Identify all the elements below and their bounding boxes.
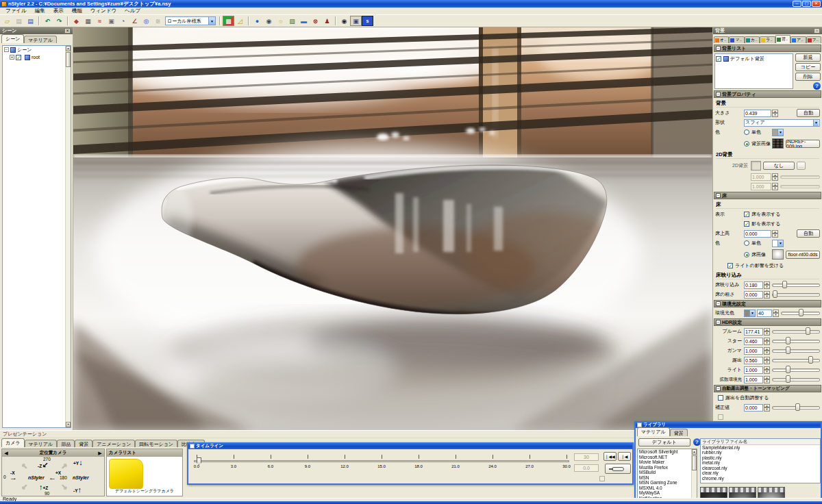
ambient-value-field[interactable]: 40 <box>757 310 772 317</box>
diffuse-ambient-slider[interactable] <box>772 375 820 383</box>
scroll-up-icon[interactable]: ▲ <box>66 46 71 51</box>
camera-neg-y-button[interactable]: -Y↑ <box>73 487 82 493</box>
list-item[interactable]: plastic.nly <box>701 455 820 461</box>
library-scrollbar[interactable]: ▲ <box>691 449 697 503</box>
solid-color-radio[interactable] <box>744 129 749 135</box>
close-icon[interactable]: ✕ <box>64 28 71 34</box>
redo-icon[interactable]: ↷ <box>53 16 65 26</box>
floor-height-stepper[interactable]: ▲▼ <box>772 230 778 238</box>
camera-pos-z-button[interactable]: ↑+Z <box>39 484 48 490</box>
open-icon[interactable]: ▱ <box>1 16 13 26</box>
palette-icon[interactable]: ▩ <box>223 16 234 26</box>
tab-material[interactable]: マ.. <box>729 36 744 43</box>
tab-background-bottom[interactable]: 背景 <box>75 440 92 447</box>
pin-icon[interactable]: ▫ <box>814 28 820 34</box>
tab-rotation-motion[interactable]: 回転モーション <box>135 440 177 447</box>
tab-presentation[interactable]: フ.. <box>806 36 821 43</box>
ambient-slider[interactable] <box>781 309 820 317</box>
light-affect-checkbox[interactable]: ✓ <box>727 263 733 268</box>
step-back-icon[interactable]: ❘◀ <box>618 452 631 461</box>
list-item[interactable]: Microsoft.NET <box>638 455 697 460</box>
floor-solid-radio[interactable] <box>744 240 749 246</box>
list-item[interactable]: Microsoft Silverlight <box>638 449 697 455</box>
background-list-item[interactable]: ✓ デフォルト背景 <box>716 55 792 62</box>
reflection-slider[interactable] <box>772 281 820 289</box>
go-to-start-icon[interactable]: ❘◀◀ <box>603 452 616 461</box>
menu-view[interactable]: 表示 <box>49 8 68 14</box>
ambient-stepper[interactable]: ▲▼ <box>773 310 779 317</box>
capsule-icon[interactable]: ▬ <box>298 16 310 26</box>
close-button[interactable]: ✕ <box>812 1 821 7</box>
list-item[interactable]: SampleMaterial.nly <box>701 445 820 451</box>
list-item[interactable]: clearcoat.nly <box>701 466 820 471</box>
curve-edit-icon[interactable]: ≈ <box>94 16 105 26</box>
tree-node-scene[interactable]: − シーン <box>3 46 71 53</box>
copy-background-button[interactable]: コピー <box>795 63 821 71</box>
tab-animation[interactable]: ア.. <box>790 36 806 43</box>
section-background-list[interactable]: −背景リスト <box>714 45 821 52</box>
timeline-ruler[interactable]: 0.0 3.0 6.0 9.0 12.0 15.0 18.0 21.0 24.0… <box>194 452 569 470</box>
bloom-stepper[interactable]: ▲▼ <box>764 328 770 336</box>
star-stepper[interactable]: ▲▼ <box>764 338 770 345</box>
correction-slider[interactable] <box>772 403 820 412</box>
light-bulb-icon[interactable]: ☼ <box>275 16 286 26</box>
camera-se-icon[interactable]: ↘ <box>61 484 67 490</box>
section-hdr[interactable]: −HDR設定 <box>714 318 821 326</box>
save-icon[interactable]: ▤ <box>13 16 25 26</box>
show-floor-checkbox[interactable]: ✓ <box>744 212 749 217</box>
tools-icon[interactable]: ⊗ <box>310 16 321 26</box>
list-item[interactable]: MSXML 4.0 <box>638 486 697 491</box>
image-icon[interactable]: ▨ <box>286 16 298 26</box>
tab-parts[interactable]: 部品 <box>57 440 75 447</box>
fit-view-icon[interactable]: ▣ <box>105 16 117 26</box>
camera-nw-icon[interactable]: ↖ <box>21 464 27 470</box>
mannequin-icon[interactable]: ♟ <box>321 16 333 26</box>
menu-edit[interactable]: 編集 <box>31 8 49 14</box>
bg-image-thumbnail[interactable] <box>772 138 784 149</box>
library-default-button[interactable]: デフォルト <box>638 438 690 446</box>
background-enabled-checkbox[interactable]: ✓ <box>716 56 721 62</box>
menu-file[interactable]: ファイル <box>1 8 31 14</box>
scroll-up-icon[interactable]: ▲ <box>692 449 697 455</box>
tab-material[interactable]: マテリアル <box>24 36 57 43</box>
undo-icon[interactable]: ↶ <box>42 16 53 26</box>
shape-dropdown[interactable]: スフィア▼ <box>744 119 820 127</box>
camera-neg-x-button[interactable]: → <box>10 475 17 481</box>
collapse-icon[interactable]: − <box>4 47 9 52</box>
bg2d-thumbnail[interactable] <box>751 161 761 171</box>
tab-object[interactable]: オ.. <box>714 36 729 43</box>
menu-function[interactable]: 機能 <box>68 8 86 14</box>
section-background-properties[interactable]: −背景プロパティ <box>714 90 821 98</box>
tab-camera[interactable]: カ.. <box>745 36 760 43</box>
scroll-thumb[interactable] <box>66 52 71 67</box>
ghost-curve-icon[interactable]: ≋ <box>152 16 164 26</box>
list-item[interactable]: MSN <box>638 475 697 481</box>
set-key-button[interactable] <box>605 464 631 474</box>
list-item[interactable]: chrome.nly <box>701 476 820 481</box>
camera-icon[interactable]: ◉ <box>263 16 275 26</box>
camera-thumbnail[interactable] <box>109 459 143 489</box>
tab-material-bottom[interactable]: マテリアル <box>25 440 58 447</box>
render-monitor-icon[interactable]: ▣ <box>350 16 362 26</box>
exposure-slider[interactable] <box>772 356 820 364</box>
list-item[interactable]: rubber.nly <box>701 450 820 455</box>
correction-field[interactable]: 0.000 <box>744 404 763 412</box>
list-item[interactable]: Mozilla Firefox <box>638 465 697 470</box>
size-auto-button[interactable]: 自動 <box>797 109 820 117</box>
exposure-field[interactable]: 0.560 <box>744 357 763 364</box>
grid-icon[interactable]: ▦ <box>82 16 94 26</box>
reflection-stepper[interactable]: ▲▼ <box>764 281 770 289</box>
tab-light[interactable]: ラ.. <box>760 36 775 43</box>
script-icon[interactable]: s <box>362 16 373 26</box>
exposure-stepper[interactable]: ▲▼ <box>764 357 770 364</box>
size-field[interactable]: 0.439 <box>744 110 771 117</box>
plot-icon[interactable]: ∠ <box>129 16 140 26</box>
camera-pos-x-button[interactable]: ← <box>49 475 56 481</box>
tab-background[interactable]: 背.. <box>775 35 790 43</box>
bg-image-radio[interactable] <box>744 141 749 147</box>
section-ambient-light[interactable]: −環境光設定 <box>714 300 821 307</box>
bloom-slider[interactable] <box>772 327 820 336</box>
menu-window[interactable]: ウィンドウ <box>86 8 121 14</box>
camera-pos-y-button[interactable]: +Y↓ <box>73 459 83 466</box>
new-background-button[interactable]: 新規 <box>795 53 821 62</box>
